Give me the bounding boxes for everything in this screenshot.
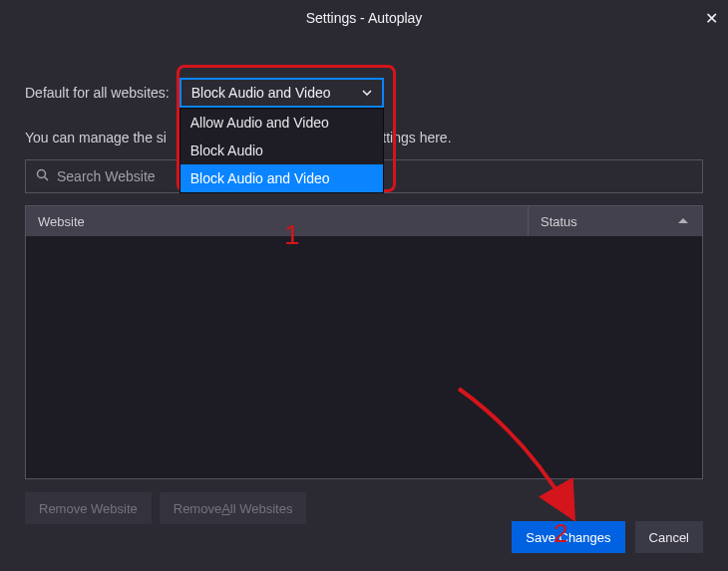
svg-line-1 <box>45 177 49 181</box>
save-changes-button[interactable]: Save Changes <box>512 521 624 553</box>
chevron-down-icon <box>362 90 372 96</box>
remove-all-websites-button[interactable]: Remove All Websites <box>160 492 307 524</box>
dropdown-selected-value: Block Audio and Video <box>191 85 331 101</box>
cancel-button[interactable]: Cancel <box>635 521 703 553</box>
dropdown-trigger[interactable]: Block Audio and Video <box>180 78 384 108</box>
dialog-title: Settings - Autoplay <box>306 10 423 26</box>
annotation-label-1: 1 <box>284 219 300 251</box>
dropdown-option-block-audio-video[interactable]: Block Audio and Video <box>181 164 383 192</box>
remove-website-button[interactable]: Remove Website <box>25 492 152 524</box>
default-dropdown[interactable]: Block Audio and Video Allow Audio and Vi… <box>180 78 384 108</box>
sort-ascending-icon <box>678 218 688 223</box>
svg-point-0 <box>38 170 46 178</box>
website-table: Website Status <box>25 205 703 479</box>
dropdown-menu: Allow Audio and Video Block Audio Block … <box>180 108 384 193</box>
close-icon[interactable]: ✕ <box>705 9 718 28</box>
column-website[interactable]: Website <box>26 214 528 229</box>
dropdown-option-block-audio[interactable]: Block Audio <box>181 137 383 164</box>
search-icon <box>36 168 49 184</box>
annotation-label-2: 2 <box>553 518 567 549</box>
remove-all-label: emove <box>182 501 221 516</box>
column-status-label: Status <box>541 214 577 229</box>
table-body <box>26 236 702 478</box>
column-status[interactable]: Status <box>528 206 702 236</box>
default-label: Default for all websites: <box>25 85 170 101</box>
table-header: Website Status <box>26 206 702 236</box>
dropdown-option-allow[interactable]: Allow Audio and Video <box>181 109 383 137</box>
